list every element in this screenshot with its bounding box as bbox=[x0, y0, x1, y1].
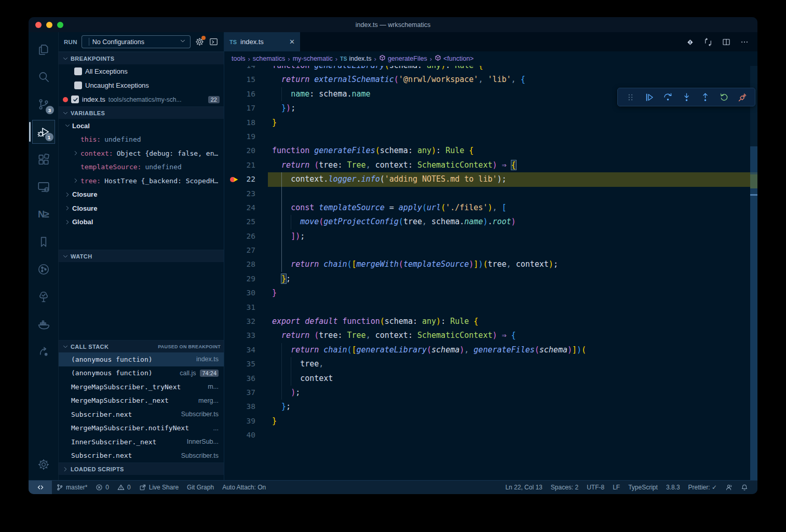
line-number[interactable]: 29 bbox=[224, 272, 255, 286]
call-stack-frame[interactable]: (anonymous function)call.js74:24 bbox=[59, 366, 224, 380]
code-line-21[interactable]: 21 return (tree: Tree, context: Schemati… bbox=[224, 158, 757, 172]
statusbar-encoding[interactable]: UTF-8 bbox=[582, 481, 608, 494]
code-line-36[interactable]: 36 context bbox=[224, 372, 757, 386]
line-number[interactable]: 17 bbox=[224, 101, 255, 115]
activitybar-explorer[interactable] bbox=[32, 37, 55, 61]
statusbar-live-share[interactable]: Live Share bbox=[135, 481, 183, 494]
code-line-29[interactable]: 29 }; bbox=[224, 272, 757, 286]
call-stack-frame[interactable]: Subscriber.nextSubscriber.ts bbox=[59, 449, 224, 463]
code-line-18[interactable]: 18} bbox=[224, 116, 757, 130]
line-number[interactable]: 39 bbox=[224, 414, 255, 428]
line-number[interactable]: 37 bbox=[224, 386, 255, 400]
call-stack-frame[interactable]: MergeMapSubscriber._tryNextm... bbox=[59, 380, 224, 394]
code-line-27[interactable]: 27 bbox=[224, 243, 757, 257]
activitybar-extensions[interactable] bbox=[32, 147, 55, 171]
breadcrumb-item[interactable]: schematics bbox=[253, 55, 286, 62]
call-stack-frame[interactable]: Subscriber.nextSubscriber.ts bbox=[59, 407, 224, 421]
debug-disconnect-button[interactable] bbox=[733, 89, 752, 105]
line-number[interactable]: 40 bbox=[224, 428, 255, 442]
breakpoint-row[interactable]: Uncaught Exceptions bbox=[59, 78, 224, 92]
line-number[interactable]: 38 bbox=[224, 400, 255, 414]
editor-scrollbar[interactable] bbox=[750, 66, 757, 480]
variable-row[interactable]: context:Object {debug: false, en… bbox=[59, 146, 224, 160]
code-line-24[interactable]: 24 const templateSource = apply(url('./f… bbox=[224, 201, 757, 215]
call-stack-frame[interactable]: (anonymous function)index.ts bbox=[59, 352, 224, 366]
line-number[interactable]: 18 bbox=[224, 116, 255, 130]
statusbar-eol[interactable]: LF bbox=[608, 481, 624, 494]
code-line-37[interactable]: 37 ); bbox=[224, 386, 757, 400]
more-actions-icon[interactable] bbox=[740, 37, 749, 47]
variable-row[interactable]: tree:HostTree {_backend: ScopedH… bbox=[59, 174, 224, 188]
line-number[interactable]: 24 bbox=[224, 201, 255, 215]
statusbar-errors[interactable]: 0 bbox=[91, 481, 113, 494]
call-stack-frame[interactable]: InnerSubscriber._nextInnerSub... bbox=[59, 435, 224, 449]
activitybar-remote-explorer[interactable] bbox=[32, 175, 55, 199]
line-number[interactable]: 25 bbox=[224, 215, 255, 229]
debug-restart-button[interactable] bbox=[714, 89, 733, 105]
code-line-32[interactable]: 32export default function(schema: any): … bbox=[224, 315, 757, 329]
line-number[interactable]: 16 bbox=[224, 87, 255, 101]
call-stack-frame[interactable]: MergeMapSubscriber.notifyNext... bbox=[59, 421, 224, 435]
code-line-22[interactable]: 22 context.logger.info('adding NOTES.md … bbox=[224, 172, 757, 186]
compare-icon[interactable] bbox=[703, 37, 713, 47]
activitybar-docker[interactable] bbox=[32, 312, 55, 336]
call-stack-header[interactable]: CALL STACKPAUSED ON BREAKPOINT bbox=[59, 340, 224, 352]
line-number[interactable]: 14 bbox=[224, 66, 255, 73]
code-line-38[interactable]: 38 }; bbox=[224, 400, 757, 414]
variable-row[interactable]: this:undefined bbox=[59, 133, 224, 147]
line-number[interactable]: 23 bbox=[224, 187, 255, 201]
split-editor-icon[interactable] bbox=[722, 37, 731, 47]
code-line-33[interactable]: 33 return (tree: Tree, context: Schemati… bbox=[224, 329, 757, 343]
code-line-20[interactable]: 20function generateFiles(schema: any): R… bbox=[224, 144, 757, 158]
breadcrumb-item[interactable]: <function> bbox=[435, 54, 473, 63]
debug-console-icon[interactable] bbox=[209, 37, 219, 47]
breakpoint-row[interactable]: index.tstools/schematics/my-sch...22 bbox=[59, 92, 224, 106]
line-number[interactable]: 15 bbox=[224, 73, 255, 87]
activitybar-source-control[interactable]: 3 bbox=[32, 92, 55, 116]
watch-header[interactable]: WATCH bbox=[59, 250, 224, 262]
variable-row[interactable]: Local bbox=[59, 119, 224, 133]
close-tab-icon[interactable]: ✕ bbox=[289, 38, 295, 46]
code-line-39[interactable]: 39} bbox=[224, 414, 757, 428]
statusbar-feedback[interactable] bbox=[721, 481, 737, 494]
code-editor[interactable]: 14function generateLibrary(schema: any):… bbox=[224, 66, 757, 480]
line-number[interactable]: 31 bbox=[224, 301, 255, 315]
variable-row[interactable]: Global bbox=[59, 215, 224, 229]
code-line-25[interactable]: 25 move(getProjectConfig(tree, schema.na… bbox=[224, 215, 757, 229]
line-number[interactable]: 26 bbox=[224, 229, 255, 243]
statusbar-prettier[interactable]: Prettier: ✓ bbox=[684, 481, 721, 494]
close-window-button[interactable] bbox=[35, 22, 42, 28]
activitybar-bookmarks[interactable] bbox=[32, 230, 55, 254]
breakpoint-checkbox[interactable] bbox=[74, 67, 82, 75]
code-line-40[interactable]: 40 bbox=[224, 428, 757, 442]
launch-configuration-dropdown[interactable]: No Configurations bbox=[82, 35, 191, 48]
code-line-19[interactable]: 19 bbox=[224, 130, 757, 144]
statusbar-git-graph[interactable]: Git Graph bbox=[183, 481, 218, 494]
variable-row[interactable]: Closure bbox=[59, 188, 224, 202]
statusbar-indentation[interactable]: Spaces: 2 bbox=[547, 481, 582, 494]
statusbar-remote-indicator[interactable] bbox=[29, 481, 52, 494]
variables-header[interactable]: VARIABLES bbox=[59, 106, 224, 119]
debug-step-out-button[interactable] bbox=[696, 89, 714, 105]
statusbar-auto-attach[interactable]: Auto Attach: On bbox=[218, 481, 270, 494]
breadcrumb-item[interactable]: generateFiles bbox=[379, 54, 427, 63]
debug-step-into-button[interactable] bbox=[677, 89, 696, 105]
code-line-34[interactable]: 34 return chain([generateLibrary(schema)… bbox=[224, 343, 757, 357]
activitybar-git-graph[interactable] bbox=[32, 257, 55, 281]
code-line-14[interactable]: 14function generateLibrary(schema: any):… bbox=[224, 66, 757, 73]
breadcrumb-item[interactable]: TSindex.ts bbox=[340, 55, 372, 62]
statusbar-notifications[interactable] bbox=[737, 481, 752, 494]
code-line-15[interactable]: 15 return externalSchematic('@nrwl/works… bbox=[224, 73, 757, 87]
breakpoint-checkbox[interactable] bbox=[74, 81, 82, 89]
line-number[interactable]: 33 bbox=[224, 329, 255, 343]
line-number[interactable]: 32 bbox=[224, 315, 255, 329]
call-stack-frame[interactable]: MergeMapSubscriber._nextmerg... bbox=[59, 394, 224, 408]
activitybar-todo-tree[interactable] bbox=[32, 285, 55, 309]
debug-continue-button[interactable] bbox=[640, 89, 658, 105]
statusbar-warnings[interactable]: 0 bbox=[113, 481, 135, 494]
code-line-31[interactable]: 31 bbox=[224, 301, 757, 315]
statusbar-language-mode[interactable]: TypeScript bbox=[624, 481, 662, 494]
line-number[interactable]: 28 bbox=[224, 257, 255, 271]
scrollbar-slider[interactable] bbox=[750, 146, 757, 480]
breakpoints-header[interactable]: BREAKPOINTS bbox=[59, 52, 224, 64]
